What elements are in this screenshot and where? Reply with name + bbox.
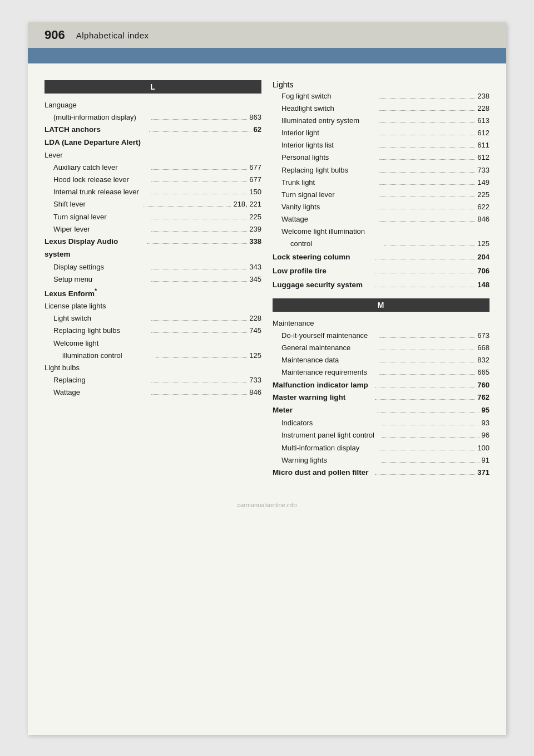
index-entry: Wiper lever239 [44, 223, 261, 235]
lights-section-heading: Lights [273, 80, 490, 89]
entry-dots [151, 320, 247, 321]
entry-label: Instrument panel light control [281, 429, 379, 441]
entry-page: 62 [254, 124, 261, 136]
entry-label: (multi-information display) [53, 111, 149, 124]
entry-dots [379, 159, 475, 160]
index-entry: Do-it-yourself maintenance673 [273, 330, 490, 342]
entry-label: Multi-information display [281, 442, 377, 454]
index-entry: Interior light612 [273, 127, 490, 139]
entry-page: 345 [249, 273, 261, 286]
entry-label: Headlight switch [281, 102, 377, 115]
entry-page: 677 [249, 161, 261, 174]
index-entry: control125 [273, 238, 490, 250]
top-level-entry: Luggage security system148 [273, 279, 490, 292]
index-entry: Micro dust and pollen filter371 [273, 467, 490, 479]
index-entry: Turn signal lever225 [273, 189, 490, 201]
entry-dots [375, 287, 475, 287]
entry-dots [379, 184, 475, 185]
top-level-entry: Low profile tire706 [273, 265, 490, 278]
page-title: Alphabetical index [76, 31, 149, 40]
index-entry: (multi-information display)863 [44, 111, 261, 124]
entry-label: Wiper lever [53, 223, 149, 235]
entry-page: 228 [249, 312, 261, 325]
entry-label: Maintenance requirements [281, 366, 377, 379]
entry-label: Master warning light [273, 391, 373, 404]
entry-label: Replacing [53, 374, 149, 386]
index-entry: Auxiliary catch lever677 [44, 161, 261, 174]
entry-dots [379, 135, 475, 135]
entry-dots [151, 219, 247, 219]
entry-label: Hood lock release lever [53, 174, 149, 186]
entry-page: 228 [477, 102, 490, 115]
entry-page: 149 [477, 176, 490, 189]
entry-label: Internal trunk release lever [53, 186, 149, 198]
entry-page: 343 [249, 261, 261, 273]
entry-label: License plate lights [44, 300, 261, 312]
entry-page: 668 [477, 342, 490, 354]
entry-label: Low profile tire [273, 265, 373, 278]
index-entry: Replacing light bulbs733 [273, 164, 490, 176]
entry-page: 733 [477, 164, 490, 176]
entry-label: Personal lights [281, 151, 377, 164]
index-entry: Maintenance requirements665 [273, 366, 490, 379]
index-entry: Setup menu345 [44, 273, 261, 286]
entry-page: 96 [482, 429, 490, 441]
index-entry: Hood lock release lever677 [44, 174, 261, 186]
index-entry: Malfunction indicator lamp760 [273, 379, 490, 392]
index-entry: Master warning light762 [273, 391, 490, 404]
entry-page: 611 [477, 139, 490, 151]
section-header-m: M [273, 298, 490, 312]
entry-label: Turn signal lever [281, 189, 377, 201]
entry-page: 745 [249, 325, 261, 337]
index-entry: LATCH anchors62 [44, 124, 261, 136]
entry-dots [144, 206, 231, 207]
entry-dots [375, 474, 475, 475]
index-entry: Vanity lights622 [273, 201, 490, 213]
index-entry: Headlight switch228 [273, 102, 490, 115]
entry-label: Lock steering column [273, 251, 373, 264]
index-entry: Multi-information display100 [273, 442, 490, 454]
index-entry: Warning lights91 [273, 454, 490, 467]
top-level-entry: Lock steering column204 [273, 251, 490, 264]
entry-dots [375, 259, 475, 259]
entry-label: Wattage [53, 386, 149, 399]
entry-dots [384, 246, 475, 246]
entry-page: 225 [249, 211, 261, 223]
entry-page: 150 [249, 186, 261, 198]
main-content: L Language(multi-information display)863… [28, 63, 506, 502]
index-entry: Light bulbs [44, 362, 261, 374]
entry-dots [379, 221, 475, 222]
index-entry: Shift lever218, 221 [44, 198, 261, 210]
index-entry: Trunk light149 [273, 176, 490, 189]
index-entry: Lexus Enform* [44, 286, 261, 300]
entry-page: 225 [477, 189, 490, 201]
entry-dots [375, 387, 475, 387]
entry-label: Setup menu [53, 273, 149, 286]
entry-label: Turn signal lever [53, 211, 149, 223]
index-entry: Fog light switch238 [273, 90, 490, 102]
index-entry: License plate lights [44, 300, 261, 312]
entry-dots [379, 147, 475, 148]
entry-page: 204 [477, 251, 490, 263]
entry-page: 239 [249, 223, 261, 235]
entry-page: 863 [249, 111, 261, 124]
index-entry: Display settings343 [44, 261, 261, 273]
index-entry: illumination control125 [44, 350, 261, 362]
entry-label: Shift lever [53, 198, 141, 210]
entry-dots [379, 350, 475, 350]
entry-page: 846 [249, 386, 261, 399]
entry-dots [151, 332, 247, 333]
entry-label: Interior lights list [281, 139, 377, 151]
entry-label: Micro dust and pollen filter [273, 467, 373, 479]
index-entry: Instrument panel light control96 [273, 429, 490, 441]
entry-dots [147, 243, 247, 244]
entry-dots [379, 337, 475, 338]
page-header: 906 Alphabetical index [28, 22, 506, 48]
index-entry: Replacing light bulbs745 [44, 325, 261, 337]
entry-label: Lever [44, 149, 261, 161]
index-entry: LDA (Lane Departure Alert) [44, 136, 261, 149]
entry-label: Warning lights [281, 454, 379, 467]
entry-label: Malfunction indicator lamp [273, 379, 373, 392]
watermark: carmanualsonline.info [28, 502, 506, 514]
left-column: L Language(multi-information display)863… [44, 80, 261, 479]
